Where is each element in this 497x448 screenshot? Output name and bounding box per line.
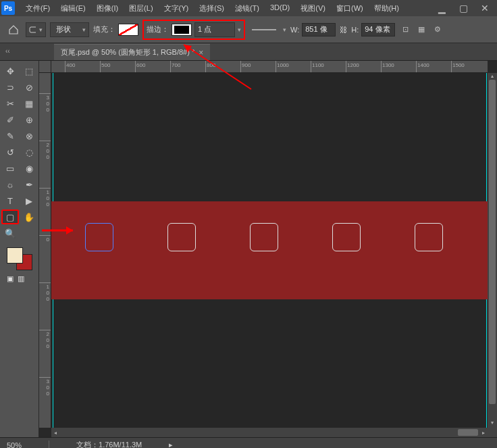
screenmode-icon[interactable]: ▥ <box>18 274 24 283</box>
document-tab-title: 页尾.psd @ 50% (圆角矩形 1, RGB/8#) * <box>61 47 194 57</box>
title-bar: Ps 文件(F) 编辑(E) 图像(I) 图层(L) 文字(Y) 选择(S) 滤… <box>0 0 497 16</box>
height-input[interactable] <box>361 23 395 36</box>
document-tab[interactable]: 页尾.psd @ 50% (圆角矩形 1, RGB/8#) * × <box>54 44 210 60</box>
app-logo: Ps <box>1 1 15 15</box>
menu-file[interactable]: 文件(F) <box>20 1 55 16</box>
menu-help[interactable]: 帮助(H) <box>369 1 404 16</box>
rounded-rect-5[interactable] <box>415 223 443 251</box>
scrollbar-corner <box>488 428 497 437</box>
maximize-button[interactable]: ▢ <box>452 0 474 16</box>
lasso-tool[interactable]: ⊃ <box>1 80 19 95</box>
ruler-horizontal[interactable]: 4005006007008009001000110012001300140015… <box>51 61 488 73</box>
menu-filter[interactable]: 滤镜(T) <box>230 1 265 16</box>
brush-tool[interactable]: ✎ <box>1 128 19 143</box>
status-bar: 50% 文档：1.76M/11.3M ▸ <box>0 437 497 448</box>
ruler-vertical[interactable]: 3002001000100200300 <box>39 73 51 428</box>
link-wh-icon[interactable]: ⛓ <box>340 26 347 34</box>
menu-image[interactable]: 图像(I) <box>91 1 124 16</box>
window-controls: ▁ ▢ ✕ <box>431 0 496 16</box>
fill-label: 填充： <box>93 24 115 34</box>
width-label: W: <box>290 26 299 34</box>
main-menu: 文件(F) 编辑(E) 图像(I) 图层(L) 文字(Y) 选择(S) 滤镜(T… <box>20 1 404 16</box>
canvas-area: 4005006007008009001000110012001300140015… <box>39 61 497 437</box>
hand-tool[interactable]: ✋ <box>20 209 38 224</box>
vscroll-thumb[interactable] <box>489 80 496 404</box>
rectangle-tool[interactable]: ▢ <box>1 209 19 224</box>
fill-swatch[interactable] <box>118 24 138 36</box>
foreground-color[interactable] <box>7 247 23 264</box>
ruler-corner <box>39 61 51 73</box>
rounded-rect-3[interactable] <box>250 223 278 251</box>
slice-tool[interactable]: ▦ <box>20 96 38 111</box>
color-swatches <box>7 247 32 270</box>
fill-group: 填充： <box>93 24 138 36</box>
stroke-dropdown-icon[interactable]: ▾ <box>238 26 241 33</box>
type-tool[interactable]: T <box>1 193 19 208</box>
hscroll-thumb[interactable] <box>458 429 478 436</box>
empty-tool-slot <box>20 226 38 241</box>
workspace: ✥ ⬚ ⊃ ⊘ ✂ ▦ ✐ ⊕ ✎ ⊗ ↺ ◌ ▭ ◉ ☼ ✒ T ▶ ▢ ✋ … <box>0 61 497 437</box>
close-tab-icon[interactable]: × <box>199 48 203 57</box>
quick-select-tool[interactable]: ⊘ <box>20 80 38 95</box>
dodge-tool[interactable]: ☼ <box>1 177 19 192</box>
path-select-tool[interactable]: ▶ <box>20 193 38 208</box>
document-tabs: 页尾.psd @ 50% (圆角矩形 1, RGB/8#) * × <box>0 43 497 61</box>
menu-layer[interactable]: 图层(L) <box>124 1 158 16</box>
shape-mode-dropdown[interactable]: 形状 <box>50 22 89 37</box>
align-icon[interactable]: ▦ <box>415 24 427 36</box>
width-input[interactable] <box>302 23 336 36</box>
artboard <box>51 73 488 428</box>
quickmask-icon[interactable]: ▣ <box>7 274 14 283</box>
width-group: W: <box>290 23 336 36</box>
marquee-tool[interactable]: ⬚ <box>20 64 38 78</box>
menu-select[interactable]: 选择(S) <box>194 1 230 16</box>
rounded-rect-4[interactable] <box>332 223 361 251</box>
status-separator <box>49 441 49 449</box>
menu-type[interactable]: 文字(Y) <box>159 1 194 16</box>
height-label: H: <box>351 26 359 34</box>
scroll-right-icon[interactable]: ▸ <box>479 430 488 436</box>
gradient-tool[interactable]: ▭ <box>1 161 19 176</box>
close-button[interactable]: ✕ <box>474 0 496 16</box>
eyedropper-tool[interactable]: ✐ <box>1 112 19 127</box>
rounded-rect-2[interactable] <box>167 223 196 251</box>
stroke-label: 描边： <box>147 24 169 34</box>
stroke-swatch[interactable] <box>172 24 192 36</box>
blur-tool[interactable]: ◉ <box>20 161 38 176</box>
shape-preset-dropdown[interactable] <box>26 22 46 37</box>
history-brush-tool[interactable]: ↺ <box>1 145 19 159</box>
minimize-button[interactable]: ▁ <box>431 0 452 16</box>
stroke-width-input[interactable] <box>194 22 235 37</box>
menu-edit[interactable]: 编辑(E) <box>55 1 91 16</box>
patch-tool[interactable]: ⊕ <box>20 112 38 127</box>
menu-view[interactable]: 视图(V) <box>295 1 331 16</box>
height-group: H: <box>351 23 395 36</box>
vertical-scrollbar[interactable]: ▴ ▾ <box>488 73 497 428</box>
gear-icon[interactable]: ⚙ <box>431 24 444 36</box>
crop-tool[interactable]: ✂ <box>1 96 19 111</box>
expand-panels-icon[interactable]: ‹‹ <box>5 47 10 55</box>
path-ops-icon[interactable]: ⊡ <box>399 24 411 36</box>
document-info[interactable]: 文档：1.76M/11.3M <box>76 440 142 448</box>
move-tool[interactable]: ✥ <box>1 64 19 78</box>
svg-rect-0 <box>30 27 36 32</box>
stroke-style-dropdown-icon[interactable]: ▾ <box>283 26 286 33</box>
eraser-tool[interactable]: ◌ <box>20 145 38 159</box>
toolbox: ✥ ⬚ ⊃ ⊘ ✂ ▦ ✐ ⊕ ✎ ⊗ ↺ ◌ ▭ ◉ ☼ ✒ T ▶ ▢ ✋ … <box>0 61 39 437</box>
canvas-viewport[interactable] <box>51 73 488 428</box>
scroll-down-icon[interactable]: ▾ <box>488 420 497 428</box>
stroke-style-preview[interactable] <box>252 29 276 30</box>
menu-window[interactable]: 窗口(W) <box>331 1 369 16</box>
status-arrow-icon[interactable]: ▸ <box>169 441 173 448</box>
horizontal-scrollbar[interactable]: ◂ ▸ <box>51 428 488 437</box>
zoom-tool[interactable]: 🔍 <box>1 226 19 241</box>
zoom-level[interactable]: 50% <box>7 441 22 449</box>
rounded-rect-1[interactable] <box>85 223 113 251</box>
stroke-highlight-box: 描边： ▾ <box>142 20 245 40</box>
clone-tool[interactable]: ⊗ <box>20 128 38 143</box>
menu-3d[interactable]: 3D(D) <box>265 1 295 16</box>
pen-tool[interactable]: ✒ <box>20 177 38 192</box>
options-bar: 形状 填充： 描边： ▾ ▾ W: ⛓ H: ⊡ ▦ ⚙ <box>0 16 497 43</box>
home-icon[interactable] <box>5 22 22 38</box>
scroll-left-icon[interactable]: ◂ <box>51 430 59 436</box>
